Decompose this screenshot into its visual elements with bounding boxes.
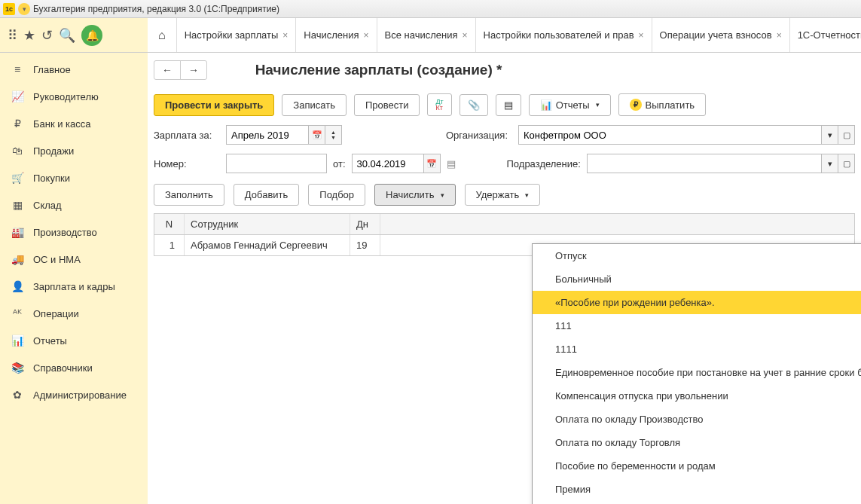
write-button[interactable]: Записать [282,94,347,116]
dtkt-icon: ᴬᴷ [11,307,24,319]
bag-icon: 🛍 [11,145,24,157]
tab-item[interactable]: 1С-Отчетность× [790,18,861,52]
tab-item[interactable]: Настройки зарплаты× [177,18,297,52]
home-tab[interactable]: ⌂ [148,18,177,52]
close-icon[interactable]: × [282,30,288,41]
reports-button[interactable]: 📊Отчеты▾ [529,94,611,116]
sidebar-label: Главное [33,64,71,75]
dropdown-item[interactable]: Больничный [533,267,861,291]
close-icon[interactable]: × [463,30,468,41]
sidebar-label: Зарплата и кадры [33,281,115,292]
salary-for-input[interactable] [226,125,309,145]
fill-button[interactable]: Заполнить [154,184,224,206]
forward-button[interactable]: → [181,61,206,79]
apps-icon[interactable]: ⠿ [8,27,17,44]
home-icon: ⌂ [158,29,166,42]
tab-label: Все начисления [385,29,458,41]
window-title: Бухгалтерия предприятия, редакция 3.0 (1… [33,4,279,14]
sidebar-item-production[interactable]: 🏭Производство [0,218,148,246]
withhold-button[interactable]: Удержать▾ [465,184,541,206]
factory-icon: 🏭 [11,226,24,238]
org-input[interactable] [518,125,822,145]
list-mode-icon[interactable]: ▤ [447,158,456,170]
gear-icon: ✿ [11,389,24,401]
dropdown-icon[interactable]: ▾ [822,154,838,173]
dept-label: Подразделение: [507,158,581,170]
sidebar-item-admin[interactable]: ✿Администрирование [0,381,148,408]
sidebar-item-references[interactable]: 📚Справочники [0,354,148,381]
pay-button[interactable]: ₽Выплатить [618,93,707,116]
dtkt-button[interactable]: ДтКт [427,93,451,116]
tab-label: Настройки зарплаты [185,29,279,41]
dept-input[interactable] [587,154,822,173]
sidebar-item-operations[interactable]: ᴬᴷОперации [0,300,148,327]
calendar-icon[interactable]: 📅 [309,125,325,145]
post-and-close-button[interactable]: Провести и закрыть [154,94,274,116]
search-icon[interactable]: 🔍 [59,27,75,44]
dropdown-item[interactable]: Оплата по окладу Торговля [533,431,861,454]
sidebar-item-payroll[interactable]: 👤Зарплата и кадры [0,273,148,300]
toolbar-system-area: ⠿ ★ ↺ 🔍 🔔 [0,18,148,52]
add-button[interactable]: Добавить [234,184,299,206]
dropdown-item[interactable]: Премия [533,478,861,501]
close-icon[interactable]: × [364,30,369,41]
close-icon[interactable]: × [777,30,782,41]
col-days[interactable]: Дн [350,214,380,234]
sidebar-item-sales[interactable]: 🛍Продажи [0,137,148,164]
menu-icon: ≡ [11,63,24,75]
sidebar-item-reports[interactable]: 📊Отчеты [0,327,148,354]
dropdown-item[interactable]: Компенсация отпуска при увольнении [533,384,861,408]
books-icon: 📚 [11,362,24,374]
sidebar-item-manager[interactable]: 📈Руководителю [0,83,148,110]
content-area: ← → Начисление зарплаты (создание) * Про… [148,53,861,504]
tab-label: Операции учета взносов [660,29,772,41]
sidebar-item-purchases[interactable]: 🛒Покупки [0,164,148,191]
accrue-button[interactable]: Начислить▾ [374,184,455,206]
chart-icon: 📊 [540,99,552,111]
chart-icon: 📈 [11,90,24,102]
calendar-icon[interactable]: 📅 [424,154,441,173]
back-button[interactable]: ← [154,61,181,79]
paperclip-icon: 📎 [468,99,480,111]
sidebar-item-bank[interactable]: ₽Банк и касса [0,110,148,137]
structure-button[interactable]: ▤ [496,94,521,116]
from-input[interactable] [352,154,424,173]
history-icon[interactable]: ↺ [41,27,53,44]
tab-item[interactable]: Операции учета взносов× [652,18,790,52]
number-label: Номер: [154,158,220,170]
sidebar-label: Склад [33,200,62,211]
open-icon[interactable]: ▢ [838,125,855,145]
dropdown-item[interactable]: 111 [533,314,861,338]
sidebar-item-main[interactable]: ≡Главное [0,56,148,83]
tab-item[interactable]: Все начисления× [377,18,476,52]
open-icon[interactable]: ▢ [838,154,855,173]
dropdown-item[interactable]: Оплата по окладу Производство [533,408,861,431]
notifications-icon[interactable]: 🔔 [81,25,102,46]
close-icon[interactable]: × [639,30,644,41]
sidebar-item-assets[interactable]: 🚚ОС и НМА [0,246,148,273]
sidebar-item-warehouse[interactable]: ▦Склад [0,191,148,218]
person-icon: 👤 [11,280,24,292]
dropdown-item[interactable]: Отпуск [533,244,861,267]
table-header: N Сотрудник Дн [154,214,854,235]
pick-button[interactable]: Подбор [308,184,365,206]
col-n[interactable]: N [154,214,185,234]
dropdown-item[interactable]: 1111 [533,338,861,361]
sidebar-label: Руководителю [33,91,99,102]
from-label: от: [333,158,346,170]
spin-buttons[interactable]: ▲▼ [325,125,342,145]
number-input[interactable] [226,154,327,173]
attach-button[interactable]: 📎 [460,94,488,116]
dropdown-item[interactable]: Пособие по беременности и родам [533,454,861,478]
post-button[interactable]: Провести [354,94,420,116]
grid-icon: ▦ [11,199,24,211]
tab-item[interactable]: Настройки пользователей и прав× [476,18,652,52]
app-dropdown-icon[interactable]: ▾ [18,3,30,15]
col-employee[interactable]: Сотрудник [185,214,350,234]
favorite-icon[interactable]: ★ [23,27,35,44]
dropdown-icon[interactable]: ▾ [822,125,838,145]
dropdown-item[interactable]: Единовременное пособие при постановке на… [533,361,861,384]
dropdown-item[interactable]: Новое начисление [533,501,861,504]
dropdown-item-highlighted[interactable]: «Пособие при рождении ребенка». [533,291,861,314]
tab-item[interactable]: Начисления× [296,18,377,52]
